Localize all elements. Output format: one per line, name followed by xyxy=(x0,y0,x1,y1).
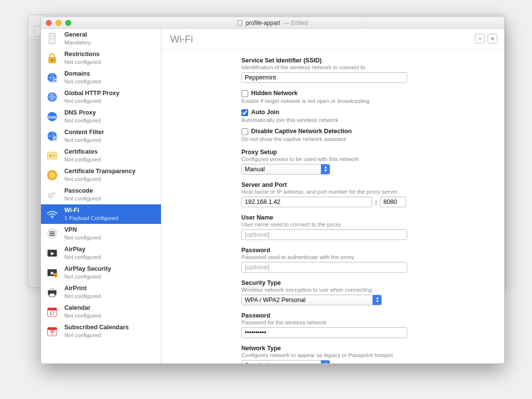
sidebar-item-subtitle: Not configured xyxy=(64,98,119,104)
sidebar-item-title: DNS Proxy xyxy=(64,109,101,117)
page-title: Wi-Fi xyxy=(170,34,193,45)
sidebar-item-title: AirPrint xyxy=(64,285,101,293)
main-panel: Wi-Fi − + Service Set Identifier (SSID) … xyxy=(161,29,504,363)
sidebar-item-subtitle: Not configured xyxy=(64,117,101,124)
sidebar-item-vpn[interactable]: VPNNot configured xyxy=(41,224,161,243)
proxy-setup-select[interactable]: Manual xyxy=(241,164,330,175)
remove-payload-button[interactable]: − xyxy=(475,34,485,43)
sidebar-item-general[interactable]: GeneralMandatory xyxy=(41,29,161,48)
sidebar-item-passcode[interactable]: PasscodeNot configured xyxy=(41,185,161,204)
profile-editor-window: profile-appart — Edited GeneralMandatory… xyxy=(40,17,505,364)
sidebar-item-title: Certificates xyxy=(64,148,101,156)
svg-rect-32 xyxy=(50,294,55,297)
svg-point-2 xyxy=(52,42,53,43)
sidebar-item-global-http-proxy[interactable]: Global HTTP ProxyNot configured xyxy=(41,87,161,107)
wifi-form: Service Set Identifier (SSID) Identifica… xyxy=(161,50,504,363)
svg-point-4 xyxy=(51,60,53,61)
sidebar-item-title: Wi-Fi xyxy=(64,207,118,215)
sidebar-item-dns-proxy[interactable]: DNSDNS ProxyNot configured xyxy=(41,107,161,126)
close-button[interactable] xyxy=(46,20,52,26)
sidebar-item-title: Restrictions xyxy=(64,51,101,59)
sidebar-item-restrictions[interactable]: RestrictionsNot configured xyxy=(41,48,161,68)
sidebar-item-title: Content Filter xyxy=(64,129,104,137)
proxy-port-input[interactable] xyxy=(380,197,406,207)
sidebar-item-subtitle: 1 Payload Configured xyxy=(64,215,118,221)
disable-captive-label: Disable Captive Network Detection xyxy=(251,128,352,135)
sidebar-item-subtitle: Not configured xyxy=(64,293,101,299)
payload-sidebar: GeneralMandatoryRestrictionsNot configur… xyxy=(41,29,161,363)
zoom-button[interactable] xyxy=(65,20,71,26)
proxy-host-input[interactable] xyxy=(241,197,372,207)
sidebar-icon xyxy=(45,168,59,182)
ssid-input[interactable] xyxy=(241,72,407,83)
sidebar-icon: 17 xyxy=(45,304,59,319)
sidebar-item-subtitle: Not configured xyxy=(64,78,101,85)
sidebar-item-title: Global HTTP Proxy xyxy=(64,90,119,98)
proxy-password-input[interactable] xyxy=(241,262,407,273)
sidebar-item-airprint[interactable]: AirPrintNot configured xyxy=(41,282,161,302)
sidebar-item-subtitle: Mandatory xyxy=(64,39,91,46)
svg-point-23 xyxy=(52,217,53,219)
ssid-label: Service Set Identifier (SSID) xyxy=(241,57,493,64)
server-port-desc: Host name or IP address, and port number… xyxy=(241,189,493,195)
sidebar-icon xyxy=(45,129,59,143)
proxy-password-desc: Password used to authenticate with the p… xyxy=(241,254,493,260)
sidebar-item-certificate-transparency[interactable]: Certificate TransparencyNot configured xyxy=(41,165,161,185)
security-type-select[interactable]: WPA / WPA2 Personal xyxy=(241,295,382,305)
sidebar-icon xyxy=(45,31,59,46)
network-type-desc: Configures network to appear as legacy o… xyxy=(241,352,493,358)
sidebar-item-subtitle: Not configured xyxy=(64,156,101,163)
window-subtitle: — Edited xyxy=(284,20,308,26)
disable-captive-checkbox[interactable] xyxy=(241,128,248,135)
sidebar-item-certificates[interactable]: CertificatesNot configured xyxy=(41,146,161,165)
svg-rect-31 xyxy=(50,288,55,290)
sidebar-item-domains[interactable]: DomainsNot configured xyxy=(41,68,161,87)
titlebar: profile-appart — Edited xyxy=(41,17,504,29)
network-type-select[interactable]: Standard xyxy=(241,360,330,363)
network-type-label: Network Type xyxy=(241,345,493,352)
window-title: profile-appart xyxy=(246,20,280,26)
sidebar-item-title: VPN xyxy=(64,226,101,234)
minimize-button[interactable] xyxy=(56,20,61,26)
sidebar-item-subscribed-calendars[interactable]: Subscribed CalendarsNot configured xyxy=(41,321,161,341)
sidebar-icon xyxy=(45,265,59,280)
svg-rect-29 xyxy=(55,275,57,276)
server-port-label: Server and Port xyxy=(241,181,493,188)
sidebar-item-airplay-security[interactable]: AirPlay SecurityNot configured xyxy=(41,263,161,282)
sidebar-item-wi-fi[interactable]: Wi-Fi1 Payload Configured xyxy=(41,204,161,224)
sidebar-item-subtitle: Not configured xyxy=(64,137,104,143)
wifi-password-input[interactable] xyxy=(241,327,407,338)
sidebar-icon xyxy=(45,285,59,299)
wifi-password-label: Password xyxy=(241,312,493,319)
svg-text:17: 17 xyxy=(50,310,55,316)
auto-join-desc: Automatically join this wireless network xyxy=(241,117,493,123)
sidebar-item-content-filter[interactable]: Content FilterNot configured xyxy=(41,126,161,146)
sidebar-item-title: Calendar xyxy=(64,304,101,312)
proxy-setup-desc: Configures proxies to be used with this … xyxy=(241,156,493,162)
proxy-username-label: User Name xyxy=(241,214,493,221)
sidebar-icon xyxy=(45,51,59,65)
sidebar-item-title: Certificate Transparency xyxy=(64,168,136,176)
sidebar-item-subtitle: Not configured xyxy=(64,273,111,280)
sidebar-item-subtitle: Not configured xyxy=(64,332,129,339)
hidden-network-desc: Enable if target network is not open or … xyxy=(241,98,493,104)
auto-join-checkbox[interactable] xyxy=(241,109,248,116)
sidebar-icon xyxy=(45,207,59,221)
sidebar-item-airplay[interactable]: AirPlayNot configured xyxy=(41,243,161,263)
hidden-network-checkbox[interactable] xyxy=(241,90,248,97)
add-payload-button[interactable]: + xyxy=(488,34,497,43)
proxy-username-input[interactable] xyxy=(241,229,407,240)
sidebar-icon xyxy=(45,90,59,104)
security-type-desc: Wireless network encryption to use when … xyxy=(241,287,493,293)
sidebar-item-title: Subscribed Calendars xyxy=(64,324,129,332)
svg-point-16 xyxy=(49,154,52,157)
sidebar-icon xyxy=(45,324,59,339)
sidebar-item-title: Passcode xyxy=(64,187,101,195)
proxy-username-desc: User name used to connect to the proxy xyxy=(241,221,493,227)
sidebar-item-title: Domains xyxy=(64,70,101,78)
sidebar-item-subtitle: Not configured xyxy=(64,195,101,202)
sidebar-icon xyxy=(45,148,59,163)
ssid-desc: Identification of the wireless network t… xyxy=(241,64,493,70)
sidebar-icon xyxy=(45,70,59,85)
sidebar-item-calendar[interactable]: 17CalendarNot configured xyxy=(41,302,161,321)
